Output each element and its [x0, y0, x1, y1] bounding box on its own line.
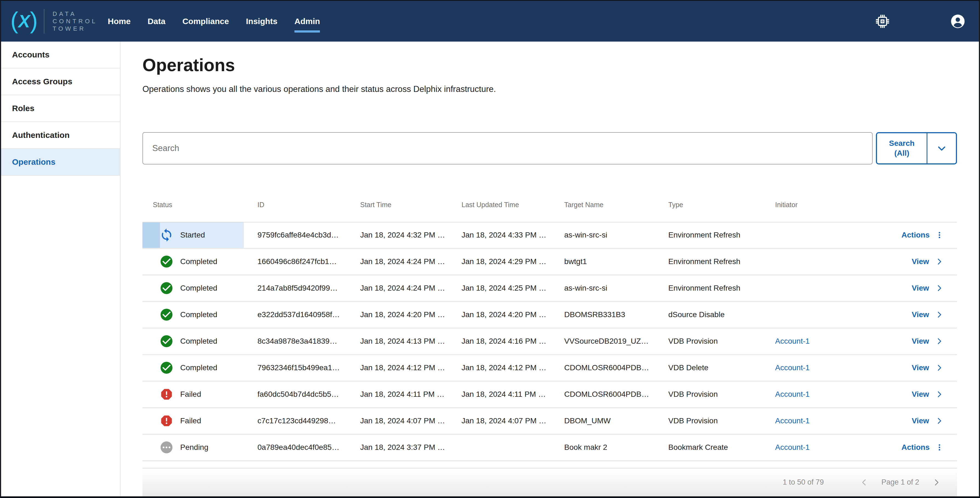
table-row[interactable]: Completed e322dd537d1640958f… Jan 18, 20… — [142, 302, 957, 328]
status-label: Completed — [180, 337, 217, 346]
sidebar-item-operations[interactable]: Operations — [1, 149, 120, 176]
row-action-link[interactable]: View — [912, 310, 944, 319]
col-header-last-updated: Last Updated Time — [448, 201, 550, 209]
table-row[interactable]: Completed 214a7ab8f5d9420f99… Jan 18, 20… — [142, 276, 957, 302]
row-action-link[interactable]: View — [912, 416, 944, 425]
check-circle-icon — [159, 361, 173, 375]
start-time-cell: Jan 18, 2024 4:24 PM … — [347, 257, 448, 266]
check-circle-icon — [159, 281, 173, 295]
table-row[interactable]: Completed 8c34a9878e3a41839… Jan 18, 202… — [142, 328, 957, 355]
body: Accounts Access Groups Roles Authenticat… — [1, 41, 979, 496]
last-updated-cell: Jan 18, 2024 4:20 PM … — [448, 310, 550, 319]
table-row[interactable]: Completed 1660496c86f247fcb1… Jan 18, 20… — [142, 249, 957, 276]
initiator-link[interactable]: Account-1 — [775, 443, 810, 452]
type-cell: Bookmark Create — [655, 443, 761, 452]
initiator-link[interactable]: Account-1 — [775, 390, 810, 398]
nav-item-data[interactable]: Data — [148, 17, 165, 26]
sidebar-item-access-groups[interactable]: Access Groups — [1, 68, 120, 95]
col-header-type: Type — [655, 201, 761, 209]
table-row[interactable]: Failed c7c17c123cd449298… Jan 18, 2024 4… — [142, 408, 957, 435]
table-pagination: 1 to 50 of 79 Page 1 of 2 — [142, 468, 957, 496]
truncated-row — [142, 462, 957, 468]
sync-icon — [159, 228, 173, 242]
nav-item-admin[interactable]: Admin — [294, 17, 320, 26]
id-cell: 0a789ea40dec4f0e85… — [244, 443, 347, 452]
status-cell: Pending — [142, 435, 244, 460]
row-action-link[interactable]: Actions — [901, 231, 944, 239]
nav-item-compliance[interactable]: Compliance — [182, 17, 229, 26]
initiator-link[interactable]: Account-1 — [775, 337, 810, 345]
target-name-cell: VVSourceDB2019_UZ… — [550, 337, 655, 346]
action-cell: Actions — [882, 443, 957, 452]
id-cell: 214a7ab8f5d9420f99… — [244, 284, 347, 292]
start-time-cell: Jan 18, 2024 4:32 PM … — [347, 231, 448, 239]
type-cell: VDB Provision — [655, 337, 761, 346]
sidebar-item-authentication[interactable]: Authentication — [1, 122, 120, 149]
status-label: Completed — [180, 284, 217, 292]
action-cell: Actions — [882, 231, 957, 239]
status-cell: Completed — [142, 302, 244, 328]
initiator-link[interactable]: Account-1 — [775, 363, 810, 372]
status-cell: Completed — [142, 249, 244, 274]
action-label: View — [912, 390, 929, 399]
chevron-right-icon — [934, 310, 944, 319]
search-all-button[interactable]: Search (All) — [877, 133, 928, 163]
sidebar-item-accounts[interactable]: Accounts — [1, 41, 120, 68]
action-cell: View — [882, 284, 957, 293]
status-label: Started — [180, 231, 205, 239]
table-row[interactable]: Completed 79632346f15b499ea1… Jan 18, 20… — [142, 355, 957, 382]
api-chip-icon[interactable] — [876, 15, 889, 28]
col-header-start-time: Start Time — [347, 201, 448, 209]
pagination-prev-button[interactable] — [859, 477, 869, 488]
row-action-link[interactable]: View — [912, 336, 944, 346]
app-window: (X) DATA CONTROL TOWER Home Data Complia… — [0, 0, 980, 498]
action-cell: View — [882, 390, 957, 399]
row-action-link[interactable]: View — [912, 390, 944, 399]
status-label: Completed — [180, 310, 217, 319]
action-cell: View — [882, 310, 957, 319]
row-action-link[interactable]: View — [912, 363, 944, 373]
row-action-link[interactable]: Actions — [901, 443, 944, 452]
kebab-menu-icon — [935, 443, 944, 452]
table-row[interactable]: Failed fa60dc504b7d4dc5b5… Jan 18, 2024 … — [142, 382, 957, 408]
type-cell: Environment Refresh — [655, 257, 761, 266]
sidebar-item-roles[interactable]: Roles — [1, 95, 120, 122]
check-circle-icon — [159, 308, 173, 322]
chevron-right-icon — [934, 390, 944, 399]
chevron-right-icon — [934, 257, 944, 266]
status-cell: Started — [142, 222, 244, 248]
chevron-right-icon — [934, 336, 944, 346]
search-scope-dropdown[interactable] — [928, 133, 956, 163]
check-circle-icon — [159, 334, 173, 348]
initiator-cell: Account-1 — [761, 443, 882, 452]
row-action-link[interactable]: View — [912, 257, 944, 266]
start-time-cell: Jan 18, 2024 4:24 PM … — [347, 284, 448, 292]
table-body: Started 9759fc6affe84e4cb3d… Jan 18, 202… — [142, 222, 957, 462]
type-cell: Environment Refresh — [655, 231, 761, 239]
search-input[interactable] — [142, 132, 873, 165]
account-icon[interactable] — [950, 14, 965, 29]
table-row[interactable]: Pending 0a789ea40dec4f0e85… Jan 18, 2024… — [142, 435, 957, 462]
last-updated-cell: Jan 18, 2024 4:33 PM … — [448, 231, 550, 239]
start-time-cell: Jan 18, 2024 4:12 PM … — [347, 363, 448, 372]
table-row[interactable]: Started 9759fc6affe84e4cb3d… Jan 18, 202… — [142, 222, 957, 249]
page-title: Operations — [142, 55, 957, 76]
status-cell: Completed — [142, 355, 244, 381]
col-header-status: Status — [142, 201, 244, 209]
target-name-cell: bwtgt1 — [550, 257, 655, 266]
error-octagon-icon — [159, 414, 173, 428]
pagination-next-button[interactable] — [931, 477, 942, 488]
nav-item-home[interactable]: Home — [108, 17, 130, 26]
row-action-link[interactable]: View — [912, 284, 944, 293]
chevron-right-icon — [934, 416, 944, 425]
chevron-right-icon — [934, 284, 944, 293]
nav-item-insights[interactable]: Insights — [246, 17, 277, 26]
last-updated-cell: Jan 18, 2024 4:12 PM … — [448, 363, 550, 372]
initiator-link[interactable]: Account-1 — [775, 417, 810, 425]
action-cell: View — [882, 416, 957, 425]
type-cell: VDB Provision — [655, 390, 761, 399]
id-cell: 1660496c86f247fcb1… — [244, 257, 347, 266]
action-label: View — [912, 363, 929, 372]
start-time-cell: Jan 18, 2024 3:37 PM … — [347, 443, 448, 452]
status-cell: Failed — [142, 382, 244, 407]
